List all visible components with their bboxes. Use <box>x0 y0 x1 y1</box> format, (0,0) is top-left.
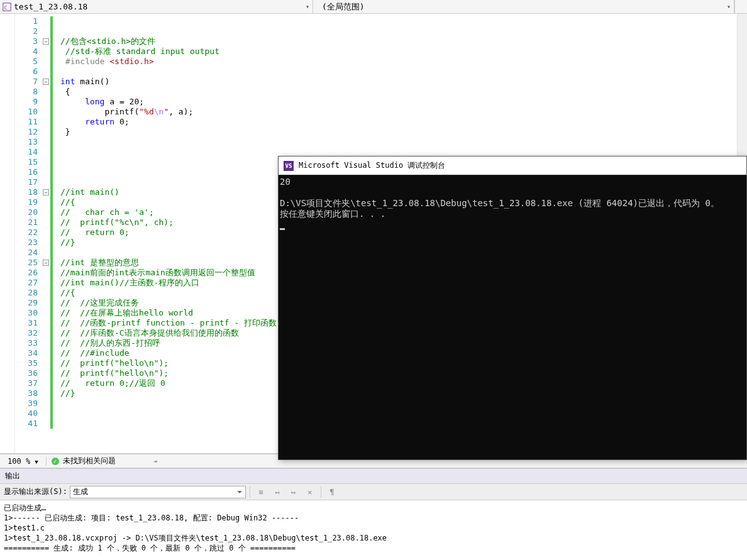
code-line[interactable]: long a = 20; <box>43 97 747 107</box>
clear-button[interactable]: ✕ <box>303 486 317 498</box>
vs-icon: VS <box>284 161 294 171</box>
output-toolbar: 显示输出来源(S): 生成⏷ ≡ ↤ ↦ ✕ ¶ <box>0 484 747 500</box>
code-line[interactable] <box>43 137 747 147</box>
code-line[interactable]: //包含<stdio.h>的文件 <box>43 36 747 47</box>
scope-label: (全局范围) <box>322 1 724 13</box>
fold-toggle[interactable]: − <box>43 38 49 45</box>
code-line[interactable]: #include <stdio.h> <box>43 57 747 67</box>
code-line[interactable]: printf("%d\n", a); <box>43 107 747 117</box>
line-number-gutter: 1234567891011121314151617181920212223242… <box>15 14 43 453</box>
wrap-button[interactable]: ¶ <box>325 486 339 498</box>
svg-text:C: C <box>4 4 8 10</box>
code-line[interactable] <box>43 26 747 36</box>
output-source-label: 显示输出来源(S): <box>4 486 67 497</box>
code-line[interactable]: return 0; <box>43 117 747 127</box>
member-scope-dropdown[interactable]: (全局范围) ▾ <box>313 0 734 13</box>
file-label: test_1_23.08.18 <box>14 2 302 11</box>
prev-message-button[interactable]: ≡ <box>254 486 268 498</box>
chevron-down-icon: ▾ <box>724 3 734 10</box>
output-text[interactable]: 已启动生成… 1>------ 已启动生成: 项目: test_1_23.08.… <box>0 500 747 556</box>
prev-icon[interactable]: ↤ <box>270 486 284 498</box>
check-icon: ✓ <box>52 458 59 465</box>
breakpoint-margin[interactable] <box>0 14 15 453</box>
output-source-select[interactable]: 生成⏷ <box>70 486 246 498</box>
code-line[interactable]: } <box>43 127 747 137</box>
console-output: 20 D:\VS项目文件夹\test_1_23.08.18\Debug\test… <box>279 175 746 231</box>
cursor-icon <box>280 228 285 230</box>
next-icon[interactable]: ↦ <box>287 486 301 498</box>
chevron-down-icon: ▾ <box>302 3 313 10</box>
fold-toggle[interactable]: − <box>43 189 49 195</box>
code-line[interactable]: int main() <box>43 77 747 87</box>
fold-toggle[interactable]: − <box>43 260 49 266</box>
console-title-text: Microsoft Visual Studio 调试控制台 <box>299 160 445 171</box>
zoom-level[interactable]: 100 % ▼ <box>0 457 47 466</box>
output-panel-title: 输出 <box>0 469 747 484</box>
navigation-bar: C test_1_23.08.18 ▾ (全局范围) ▾ <box>0 0 747 14</box>
change-indicator <box>50 16 53 429</box>
code-line[interactable] <box>43 67 747 77</box>
code-line[interactable]: //std-标准 standard input output <box>43 47 747 57</box>
issues-status[interactable]: ✓ 未找到相关问题 <box>47 456 116 466</box>
scroll-left-icon[interactable]: ◄ <box>153 458 157 464</box>
code-line[interactable]: { <box>43 87 747 97</box>
debug-console-window[interactable]: VS Microsoft Visual Studio 调试控制台 20 D:\V… <box>278 156 747 460</box>
code-line[interactable] <box>43 16 747 26</box>
fold-toggle[interactable]: − <box>43 79 49 85</box>
cpp-file-icon: C <box>3 3 11 11</box>
console-titlebar[interactable]: VS Microsoft Visual Studio 调试控制台 <box>279 156 746 175</box>
file-scope-dropdown[interactable]: C test_1_23.08.18 ▾ <box>0 0 313 13</box>
extra-dropdown[interactable] <box>734 0 747 13</box>
output-panel: 输出 显示输出来源(S): 生成⏷ ≡ ↤ ↦ ✕ ¶ 已启动生成… 1>---… <box>0 468 747 556</box>
